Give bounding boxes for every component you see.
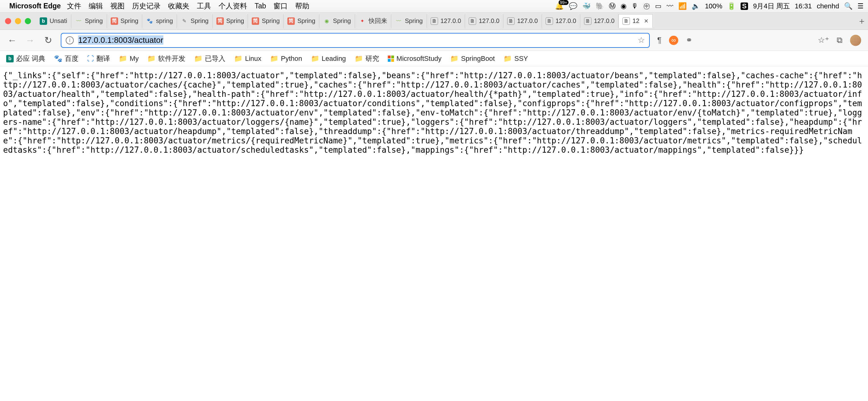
control-center-icon[interactable]: ☰: [858, 2, 864, 10]
menubar-date[interactable]: 9月4日 周五: [753, 2, 790, 11]
extension-orange-icon[interactable]: ∞: [669, 36, 678, 45]
browser-tab[interactable]: 简Spring: [213, 14, 248, 28]
address-bar[interactable]: i 127.0.0.1:8003/actuator ☆: [61, 33, 650, 48]
browser-tab[interactable]: 🐾spring: [142, 14, 177, 28]
browser-tab[interactable]: 🗎127.0.0: [427, 14, 465, 28]
clock-icon[interactable]: ◉: [621, 2, 626, 10]
browser-tab[interactable]: 🗎127.0.0: [542, 14, 580, 28]
tab-close-icon[interactable]: ✕: [644, 18, 649, 25]
ime-icon[interactable]: ㊥: [643, 2, 650, 11]
menubar-time[interactable]: 16:31: [795, 2, 812, 10]
site-info-icon[interactable]: i: [66, 36, 74, 45]
browser-tab[interactable]: bUnsati: [36, 14, 71, 28]
display-icon[interactable]: ▭: [655, 2, 661, 10]
bookmarks-bar: b必应 词典🐾百度⛶翻译📁My📁软件开发📁已导入📁Linux📁Python📁Le…: [0, 51, 868, 66]
wave-icon[interactable]: 〰: [666, 2, 673, 10]
bookmark-label: Leading: [322, 55, 346, 63]
paragraph-icon[interactable]: ¶: [657, 35, 661, 45]
bookmark-item[interactable]: b必应 词典: [6, 54, 45, 63]
menu-tools[interactable]: 工具: [197, 1, 211, 11]
menu-profile[interactable]: 个人资料: [219, 1, 247, 11]
favorite-star-icon[interactable]: ☆: [638, 35, 645, 45]
menubar-user[interactable]: chenhd: [817, 2, 839, 10]
bookmark-item[interactable]: 📁SSY: [503, 55, 528, 63]
bookmark-label: Linux: [245, 55, 261, 63]
window-close-button[interactable]: [5, 18, 11, 24]
volume-icon[interactable]: 🔈: [692, 2, 700, 10]
tab-title: Spring: [297, 18, 315, 25]
notification-icon[interactable]: 🔔99+: [555, 2, 564, 10]
folder-icon: 📁: [147, 55, 156, 63]
tab-title: 快回来: [369, 17, 387, 25]
bookmark-item[interactable]: ⛶翻译: [87, 54, 110, 63]
bookmark-item[interactable]: 📁已导入: [194, 54, 225, 63]
docker-icon[interactable]: 🐳: [582, 2, 591, 10]
spotlight-icon[interactable]: 🔍: [844, 2, 852, 10]
menu-edit[interactable]: 编辑: [89, 1, 103, 11]
menu-window[interactable]: 窗口: [273, 1, 288, 11]
bookmark-item[interactable]: 📁研究: [354, 54, 379, 63]
menu-help[interactable]: 帮助: [295, 1, 309, 11]
menu-file[interactable]: 文件: [67, 1, 81, 11]
bookmark-item[interactable]: 📁软件开发: [147, 54, 185, 63]
favorites-icon[interactable]: ☆⁺: [818, 35, 829, 45]
tab-title: Unsati: [50, 18, 67, 25]
window-controls: [2, 18, 31, 24]
tab-title: Spring: [191, 18, 209, 25]
menubar-right: 🔔99+ 💬 🐳 🐘 Ⓜ ◉ 🎙 ㊥ ▭ 〰 📶 🔈 100% 🔋 S 9月4日…: [555, 2, 864, 11]
browser-tab[interactable]: 简Spring: [248, 14, 284, 28]
microsoft-icon: [388, 56, 394, 62]
forward-button[interactable]: →: [25, 35, 35, 46]
browser-tab[interactable]: 简Spring: [107, 14, 143, 28]
tab-title: 12: [632, 18, 639, 25]
reload-button[interactable]: ↻: [43, 35, 53, 46]
collections-icon[interactable]: ⧉: [837, 35, 843, 45]
menu-view[interactable]: 视图: [111, 1, 125, 11]
bookmark-item[interactable]: 📁My: [119, 55, 138, 63]
browser-tab[interactable]: 简Spring: [284, 14, 319, 28]
folder-icon: 📁: [503, 55, 512, 63]
wechat-icon[interactable]: 💬: [569, 2, 577, 10]
browser-tab[interactable]: 〰Spring: [391, 14, 427, 28]
bookmark-item[interactable]: 📁Leading: [311, 55, 346, 63]
address-bar-url: 127.0.0.1:8003/actuator: [78, 35, 163, 45]
page-body-json: {"_links":{"self":{"href":"http://127.0.…: [0, 66, 868, 159]
bookmark-label: 必应 词典: [16, 54, 45, 63]
browser-tab[interactable]: 🗎127.0.0: [503, 14, 542, 28]
browser-tab[interactable]: 🗎127.0.0: [580, 14, 619, 28]
new-tab-button[interactable]: ＋: [856, 15, 868, 27]
battery-icon[interactable]: 🔋: [727, 2, 736, 10]
tab-strip: bUnsati〰Spring简Spring🐾spring✎Spring简Spri…: [0, 12, 868, 30]
app-name[interactable]: Microsoft Edge: [9, 2, 61, 10]
bookmark-item[interactable]: 🐾百度: [54, 54, 79, 63]
battery-percent[interactable]: 100%: [705, 2, 722, 10]
evernote-icon[interactable]: 🐘: [595, 2, 604, 10]
bookmark-item[interactable]: 📁SpringBoot: [450, 55, 495, 63]
mic-icon[interactable]: 🎙: [631, 2, 638, 10]
profile-avatar[interactable]: [850, 35, 861, 46]
folder-icon: 📁: [234, 55, 242, 63]
browser-tab[interactable]: ✦快回来: [355, 14, 391, 28]
folder-icon: 📁: [194, 55, 203, 63]
sogou-icon[interactable]: S: [741, 2, 748, 10]
bookmark-item[interactable]: 📁Linux: [234, 55, 261, 63]
menu-favorites[interactable]: 收藏夹: [168, 1, 189, 11]
circle-m-icon[interactable]: Ⓜ: [609, 2, 616, 11]
translate-icon: ⛶: [87, 55, 94, 63]
tab-title: Spring: [85, 18, 103, 25]
browser-tab[interactable]: 〰Spring: [71, 14, 107, 28]
browser-tab[interactable]: 🗎12✕: [618, 14, 652, 28]
window-zoom-button[interactable]: [25, 18, 31, 24]
window-minimize-button[interactable]: [15, 18, 21, 24]
wifi-icon[interactable]: 📶: [678, 2, 687, 10]
menu-history[interactable]: 历史记录: [132, 1, 161, 11]
bookmark-item[interactable]: 📁Python: [270, 55, 302, 63]
browser-tab[interactable]: ✎Spring: [177, 14, 213, 28]
menu-tab[interactable]: Tab: [254, 2, 266, 10]
tab-title: Spring: [333, 18, 351, 25]
bookmark-item[interactable]: MicrosoftStudy: [388, 55, 442, 63]
back-button[interactable]: ←: [7, 35, 18, 46]
browser-tab[interactable]: ◉Spring: [319, 14, 355, 28]
browser-tab[interactable]: 🗎127.0.0: [465, 14, 503, 28]
link-icon[interactable]: ⚭: [686, 35, 692, 45]
